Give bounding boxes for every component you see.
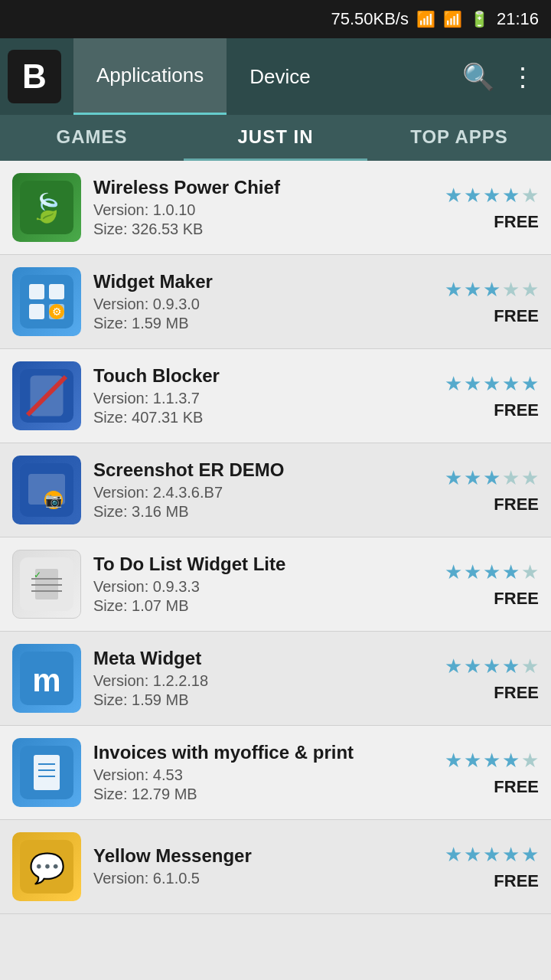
app-info: Widget Maker Version: 0.9.3.0 Size: 1.59… [93, 271, 432, 332]
star-filled: ★ [464, 560, 481, 584]
svg-text:✓: ✓ [34, 570, 41, 580]
price-badge: FREE [494, 400, 539, 420]
app-info: To Do List Widget Lite Version: 0.9.3.3 … [93, 554, 432, 615]
svg-text:⚙: ⚙ [52, 305, 62, 318]
star-filled: ★ [464, 278, 481, 302]
wifi-icon: 📶 [416, 10, 435, 28]
app-list-item[interactable]: Invoices with myoffice & print Version: … [0, 726, 551, 820]
star-filled: ★ [502, 184, 520, 207]
app-rating: ★★★★★ FREE [445, 843, 539, 891]
star-empty: ★ [521, 466, 539, 490]
price-badge: FREE [494, 306, 539, 326]
app-list-item[interactable]: Touch Blocker Version: 1.1.3.7 Size: 407… [0, 349, 551, 443]
app-rating: ★★★★★ FREE [445, 372, 539, 420]
star-filled: ★ [483, 184, 500, 207]
app-version: Version: 0.9.3.3 [93, 578, 432, 596]
star-empty: ★ [521, 278, 539, 302]
logo-letter: B [22, 57, 47, 96]
app-icon: m [12, 644, 81, 713]
app-size: Size: 3.16 MB [93, 503, 432, 521]
app-icon: 📷 [12, 456, 81, 524]
network-speed: 75.50KB/s [331, 9, 409, 29]
search-icon[interactable]: 🔍 [462, 61, 494, 92]
star-filled: ★ [445, 749, 462, 773]
header: B Applications Device 🔍 ⋮ [0, 38, 551, 115]
app-size: Size: 326.53 KB [93, 220, 432, 238]
app-list-item[interactable]: ✓ To Do List Widget Lite Version: 0.9.3.… [0, 537, 551, 632]
star-filled: ★ [521, 843, 539, 867]
app-name: Widget Maker [93, 271, 432, 292]
app-list-item[interactable]: 🍃 Wireless Power Chief Version: 1.0.10 S… [0, 161, 551, 255]
star-empty: ★ [521, 560, 539, 584]
app-icon: 🍃 [12, 173, 81, 242]
price-badge: FREE [494, 683, 539, 703]
app-icon: ⚙ [12, 267, 81, 336]
star-rating: ★★★★★ [445, 372, 539, 396]
nav-tabs: Applications Device [73, 38, 462, 115]
star-rating: ★★★★★ [445, 278, 539, 302]
app-version: Version: 1.1.3.7 [93, 390, 432, 407]
star-filled: ★ [445, 655, 462, 678]
app-size: Size: 1.59 MB [93, 315, 432, 332]
price-badge: FREE [494, 212, 539, 232]
price-badge: FREE [494, 495, 539, 514]
price-badge: FREE [494, 871, 539, 891]
svg-rect-25 [34, 755, 60, 790]
svg-text:🍃: 🍃 [30, 191, 64, 224]
app-icon: 💬 [12, 832, 81, 901]
app-list-item[interactable]: 📷 Screenshot ER DEMO Version: 2.4.3.6.B7… [0, 443, 551, 537]
tab-just-in[interactable]: JUST IN [184, 115, 367, 161]
overflow-menu-icon[interactable]: ⋮ [510, 61, 536, 92]
tab-top-apps[interactable]: TOP APPS [367, 115, 551, 161]
app-info: Invoices with myoffice & print Version: … [93, 742, 432, 803]
star-empty: ★ [521, 184, 539, 207]
star-filled: ★ [483, 655, 500, 678]
star-rating: ★★★★★ [445, 655, 539, 678]
app-version: Version: 2.4.3.6.B7 [93, 484, 432, 501]
star-empty: ★ [521, 655, 539, 678]
nav-tab-device[interactable]: Device [227, 38, 333, 115]
star-filled: ★ [445, 372, 462, 396]
app-name: Wireless Power Chief [93, 177, 432, 198]
star-empty: ★ [502, 466, 520, 490]
star-filled: ★ [464, 184, 481, 207]
svg-text:💬: 💬 [29, 851, 66, 886]
star-filled: ★ [464, 843, 481, 867]
app-info: Meta Widget Version: 1.2.2.18 Size: 1.59… [93, 648, 432, 709]
app-version: Version: 4.53 [93, 766, 432, 784]
star-filled: ★ [445, 278, 462, 302]
app-rating: ★★★★★ FREE [445, 184, 539, 232]
star-empty: ★ [502, 278, 520, 302]
app-info: Yellow Messenger Version: 6.1.0.5 [93, 845, 432, 889]
category-tab-row: GAMES JUST IN TOP APPS [0, 115, 551, 161]
app-version: Version: 1.0.10 [93, 201, 432, 219]
app-list-item[interactable]: 💬 Yellow Messenger Version: 6.1.0.5 ★★★★… [0, 820, 551, 914]
star-filled: ★ [483, 843, 500, 867]
app-rating: ★★★★★ FREE [445, 560, 539, 609]
app-list-item[interactable]: ⚙ Widget Maker Version: 0.9.3.0 Size: 1.… [0, 255, 551, 349]
star-filled: ★ [464, 749, 481, 773]
app-name: Invoices with myoffice & print [93, 742, 432, 763]
app-logo[interactable]: B [8, 50, 61, 103]
star-filled: ★ [445, 184, 462, 207]
app-rating: ★★★★★ FREE [445, 278, 539, 326]
signal-icon: 📶 [443, 10, 462, 28]
star-filled: ★ [483, 466, 500, 490]
star-filled: ★ [502, 843, 520, 867]
app-list-item[interactable]: m Meta Widget Version: 1.2.2.18 Size: 1.… [0, 632, 551, 726]
svg-rect-4 [49, 284, 64, 299]
app-info: Touch Blocker Version: 1.1.3.7 Size: 407… [93, 365, 432, 426]
star-rating: ★★★★★ [445, 466, 539, 490]
app-size: Size: 12.79 MB [93, 786, 432, 803]
app-version: Version: 6.1.0.5 [93, 870, 432, 887]
nav-tab-applications[interactable]: Applications [73, 38, 227, 115]
app-icon [12, 361, 81, 430]
star-filled: ★ [464, 372, 481, 396]
app-rating: ★★★★★ FREE [445, 749, 539, 797]
app-rating: ★★★★★ FREE [445, 655, 539, 703]
tab-games[interactable]: GAMES [0, 115, 184, 161]
app-icon: ✓ [12, 550, 81, 619]
app-name: Yellow Messenger [93, 845, 432, 867]
status-bar: 75.50KB/s 📶 📶 🔋 21:16 [0, 0, 551, 38]
star-filled: ★ [502, 749, 520, 773]
